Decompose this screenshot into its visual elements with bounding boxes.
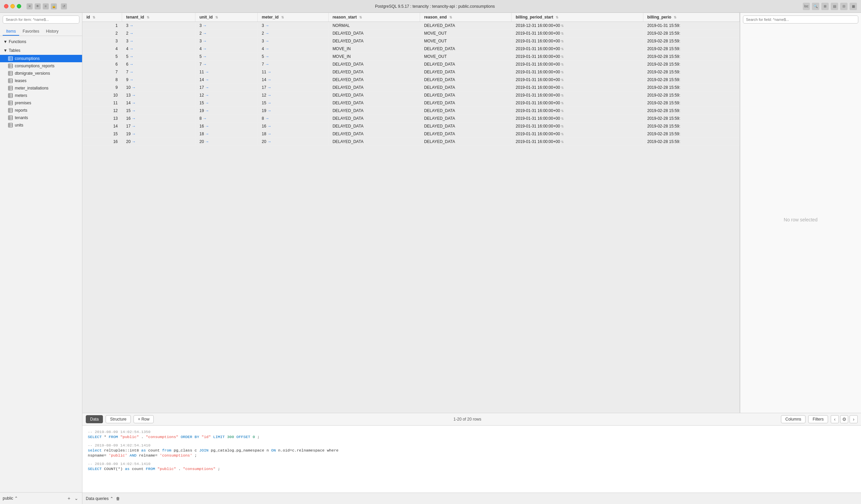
sort-icon-re[interactable]: ⇅ <box>449 15 452 19</box>
col-meter-id[interactable]: meter_id ⇅ <box>258 13 328 22</box>
more-schema-button[interactable]: ⌄ <box>73 495 79 501</box>
sort-icon-be[interactable]: ⇅ <box>674 15 676 19</box>
table-row[interactable]: 12 15 → 19 → 19 → DELAYED_DATA DELAYED_D… <box>82 107 740 115</box>
sidebar-item-consumptions-reports[interactable]: consumptions_reports <box>0 62 82 70</box>
table-row[interactable]: 14 17 → 16 → 16 → DELAYED_DATA DELAYED_D… <box>82 122 740 130</box>
cell-unit-id: 11 → <box>195 68 257 76</box>
col-reason-end[interactable]: reason_end ⇅ <box>420 13 511 22</box>
sql-block-1: -- 2019-08-09 14:02:54.1350 SELECT * FRO… <box>88 430 856 439</box>
table-row[interactable]: 16 20 → 20 → 20 → DELAYED_DATA DELAYED_D… <box>82 138 740 146</box>
cell-unit-id: 3 → <box>195 22 257 30</box>
col-billing-start[interactable]: billing_period_start ⇅ <box>511 13 643 22</box>
sort-icon-tenant[interactable]: ⇅ <box>147 15 149 19</box>
table-row[interactable]: 5 5 → 5 → 5 → MOVE_IN MOVE_OUT 2019-01-3… <box>82 53 740 60</box>
sort-icon-id[interactable]: ⇅ <box>93 15 95 19</box>
search-button[interactable]: 🔍 <box>812 3 819 10</box>
table-row[interactable]: 7 7 → 11 → 11 → DELAYED_DATA DELAYED_DAT… <box>82 68 740 76</box>
cell-billing-start: 2019-01-31 16:00:00+00 ⇅ <box>511 138 643 146</box>
col-reason-start[interactable]: reason_start ⇅ <box>328 13 420 22</box>
cell-reason-end: MOVE_OUT <box>420 37 511 45</box>
table-row[interactable]: 11 14 → 15 → 15 → DELAYED_DATA DELAYED_D… <box>82 99 740 107</box>
sort-icon-bs[interactable]: ⇅ <box>556 15 558 19</box>
sidebar-item-units[interactable]: units <box>0 121 82 129</box>
structure-tab-button[interactable]: Structure <box>106 415 131 423</box>
table-row[interactable]: 13 16 → 8 → 8 → DELAYED_DATA DELAYED_DAT… <box>82 115 740 122</box>
settings-button[interactable]: ⚙ <box>840 415 848 423</box>
layout-button[interactable]: ⊟ <box>840 3 848 10</box>
cell-billing-end: 2019-02-28 15:59: <box>643 107 740 115</box>
col-tenant-id[interactable]: tenant_id ⇅ <box>122 13 195 22</box>
svg-rect-12 <box>9 79 12 83</box>
add-schema-button[interactable]: + <box>66 495 72 501</box>
table-row[interactable]: 2 2 → 2 → 2 → DELAYED_DATA MOVE_OUT 2019… <box>82 30 740 37</box>
sidebar-item-premises[interactable]: premises <box>0 99 82 107</box>
section-tables[interactable]: ▼ Tables <box>0 46 82 55</box>
cell-id: 12 <box>82 107 122 115</box>
col-billing-end[interactable]: billing_perio ⇅ <box>643 13 740 22</box>
table-row[interactable]: 8 9 → 14 → 14 → DELAYED_DATA DELAYED_DAT… <box>82 76 740 84</box>
cell-meter-id: 5 → <box>258 53 328 60</box>
table-row[interactable]: 3 3 → 3 → 3 → DELAYED_DATA MOVE_OUT 2019… <box>82 37 740 45</box>
maximize-button[interactable] <box>17 4 21 9</box>
cell-reason-end: DELAYED_DATA <box>420 22 511 30</box>
right-panel-search-input[interactable] <box>743 15 858 24</box>
sidebar-item-consumptions[interactable]: consumptions <box>0 55 82 62</box>
stop-icon[interactable]: ✕ <box>27 3 32 10</box>
table-row[interactable]: 1 3 → 3 → 3 → NORMAL DELAYED_DATA 2018-1… <box>82 22 740 30</box>
lock-icon[interactable]: 🔒 <box>51 3 57 10</box>
list-icon[interactable]: ≡ <box>43 3 49 10</box>
grid-button[interactable]: ⊞ <box>821 3 829 10</box>
cell-meter-id: 2 → <box>258 30 328 37</box>
cell-unit-id: 12 → <box>195 92 257 99</box>
data-queries-text: Data queries <box>86 496 109 501</box>
svg-rect-28 <box>9 108 12 112</box>
table-row[interactable]: 9 10 → 17 → 17 → DELAYED_DATA DELAYED_DA… <box>82 84 740 92</box>
close-button[interactable] <box>4 4 9 9</box>
sidebar-item-tenants[interactable]: tenants <box>0 114 82 121</box>
add-row-button[interactable]: + Row <box>134 415 154 423</box>
sidebar-item-meters[interactable]: meters <box>0 92 82 99</box>
schema-selector[interactable]: public ⌃ <box>3 496 65 501</box>
svg-rect-20 <box>9 94 12 98</box>
tab-history[interactable]: History <box>43 28 62 36</box>
cell-reason-end: DELAYED_DATA <box>420 115 511 122</box>
prev-page-button[interactable]: ‹ <box>831 415 839 423</box>
col-id[interactable]: id ⇅ <box>82 13 122 22</box>
section-functions[interactable]: ▼ Functions <box>0 37 82 46</box>
data-queries-chevron: ⌃ <box>110 496 113 501</box>
sidebar-item-reports[interactable]: reports <box>0 107 82 114</box>
eye-icon[interactable]: 👁 <box>35 3 41 10</box>
sidebar-search-input[interactable] <box>3 15 79 24</box>
sort-icon-unit[interactable]: ⇅ <box>215 15 218 19</box>
sidebar-right-button[interactable]: ▦ <box>850 3 857 10</box>
table-row[interactable]: 6 6 → 7 → 7 → DELAYED_DATA DELAYED_DATA … <box>82 60 740 68</box>
trash-icon[interactable]: 🗑 <box>116 496 120 501</box>
sidebar-left-button[interactable]: ▤ <box>831 3 838 10</box>
next-page-button[interactable]: › <box>850 415 858 423</box>
cell-billing-start: 2019-01-31 16:00:00+00 ⇅ <box>511 53 643 60</box>
col-unit-id[interactable]: unit_id ⇅ <box>195 13 257 22</box>
table-icon-mi <box>8 86 13 91</box>
table-row[interactable]: 4 4 → 4 → 4 → MOVE_IN DELAYED_DATA 2019-… <box>82 45 740 53</box>
sort-icon-rs[interactable]: ⇅ <box>359 15 362 19</box>
filters-button[interactable]: Filters <box>808 415 828 423</box>
table-row[interactable]: 15 19 → 18 → 18 → DELAYED_DATA DELAYED_D… <box>82 130 740 138</box>
columns-button[interactable]: Columns <box>781 415 806 423</box>
sort-icon-meter[interactable]: ⇅ <box>281 15 284 19</box>
cell-unit-id: 16 → <box>195 122 257 130</box>
sidebar-item-leases[interactable]: leases <box>0 77 82 84</box>
tab-favorites[interactable]: Favorites <box>19 28 42 36</box>
traffic-lights <box>4 4 21 9</box>
data-tab-button[interactable]: Data <box>86 415 103 423</box>
sidebar-item-meter-installations[interactable]: meter_installations <box>0 84 82 92</box>
cell-billing-end: 2019-02-28 15:59: <box>643 37 740 45</box>
cell-reason-end: DELAYED_DATA <box>420 84 511 92</box>
sidebar-item-dbmigrate[interactable]: dbmigrate_versions <box>0 70 82 77</box>
table-row[interactable]: 10 13 → 12 → 12 → DELAYED_DATA DELAYED_D… <box>82 92 740 99</box>
refresh-button[interactable]: ↺ <box>61 3 67 10</box>
tab-items[interactable]: Items <box>3 28 19 36</box>
minimize-button[interactable] <box>11 4 15 9</box>
cell-tenant-id: 19 → <box>122 130 195 138</box>
sql-line-select-3: SELECT COUNT(*) as count FROM "public" .… <box>88 467 856 471</box>
loc-button[interactable]: loc <box>803 3 810 10</box>
